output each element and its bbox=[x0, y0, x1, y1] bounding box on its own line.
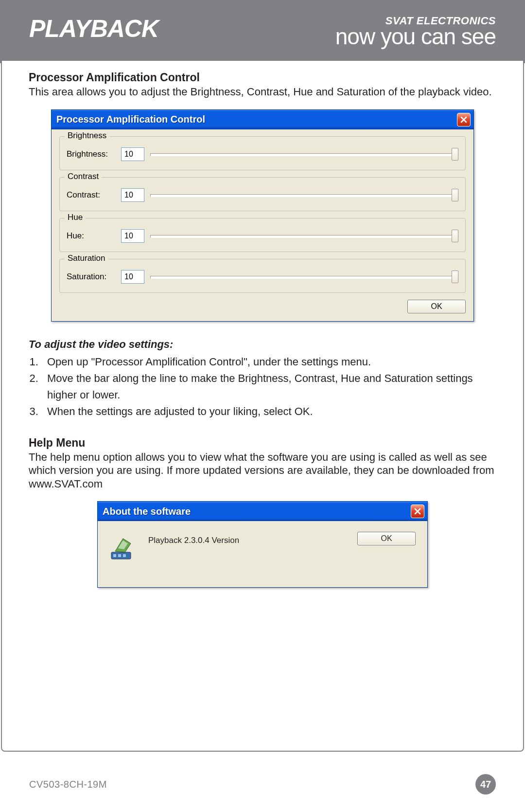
steps-heading: To adjust the video settings: bbox=[29, 338, 496, 351]
page-number: 47 bbox=[475, 774, 496, 794]
svg-rect-2 bbox=[118, 554, 121, 557]
brightness-group: Brightness Brightness: bbox=[59, 136, 466, 170]
page-title: PLAYBACK bbox=[29, 15, 158, 43]
close-icon bbox=[460, 116, 468, 124]
brightness-legend: Brightness bbox=[65, 131, 109, 141]
dialog-titlebar[interactable]: Processor Amplification Control bbox=[52, 110, 473, 129]
brightness-label: Brightness: bbox=[67, 149, 115, 159]
film-reel-icon bbox=[108, 535, 136, 562]
page-header: PLAYBACK SVAT ELECTRONICS now you can se… bbox=[0, 0, 525, 63]
about-ok-button[interactable]: OK bbox=[357, 532, 416, 545]
hue-slider[interactable] bbox=[150, 230, 458, 242]
hue-group: Hue Hue: bbox=[59, 218, 466, 252]
close-button[interactable] bbox=[411, 505, 424, 518]
dialog-title: Processor Amplification Control bbox=[56, 114, 205, 125]
slider-thumb[interactable] bbox=[452, 189, 458, 201]
section-heading-processor: Processor Amplification Control bbox=[29, 71, 496, 84]
step-item: Open up "Processor Amplification Control… bbox=[41, 354, 496, 370]
saturation-label: Saturation: bbox=[67, 272, 115, 282]
model-code: CV503-8CH-19M bbox=[29, 779, 107, 790]
page-content: Processor Amplification Control This are… bbox=[1, 61, 524, 752]
hue-legend: Hue bbox=[65, 213, 86, 222]
svg-rect-3 bbox=[123, 554, 126, 557]
contrast-legend: Contrast bbox=[65, 172, 102, 181]
processor-dialog: Processor Amplification Control Brightne… bbox=[51, 109, 474, 322]
contrast-input[interactable] bbox=[121, 188, 144, 202]
contrast-slider[interactable] bbox=[150, 189, 458, 201]
saturation-group: Saturation Saturation: bbox=[59, 259, 466, 293]
about-body: Playback 2.3.0.4 Version OK bbox=[98, 521, 427, 587]
about-dialog-screenshot: About the software Playback 2.3 bbox=[97, 501, 428, 588]
step-item: Move the bar along the line to make the … bbox=[41, 370, 496, 403]
ok-button[interactable]: OK bbox=[407, 300, 466, 313]
contrast-label: Contrast: bbox=[67, 190, 115, 200]
page-footer: CV503-8CH-19M 47 bbox=[29, 774, 496, 794]
steps-list: Open up "Processor Amplification Control… bbox=[41, 354, 496, 420]
svg-rect-1 bbox=[113, 554, 116, 557]
about-title: About the software bbox=[103, 506, 191, 517]
saturation-slider[interactable] bbox=[150, 271, 458, 283]
brightness-input[interactable] bbox=[121, 147, 144, 161]
brand-block: SVAT ELECTRONICS now you can see bbox=[335, 15, 496, 50]
processor-dialog-screenshot: Processor Amplification Control Brightne… bbox=[51, 109, 474, 322]
brand-tagline: now you can see bbox=[335, 23, 496, 50]
contrast-group: Contrast Contrast: bbox=[59, 177, 466, 211]
brightness-slider[interactable] bbox=[150, 148, 458, 161]
close-icon bbox=[414, 507, 421, 515]
close-button[interactable] bbox=[457, 113, 471, 126]
help-text: The help menu option allows you to view … bbox=[29, 451, 496, 491]
saturation-input[interactable] bbox=[121, 270, 144, 284]
slider-thumb[interactable] bbox=[452, 230, 458, 242]
slider-thumb[interactable] bbox=[452, 148, 458, 161]
help-heading: Help Menu bbox=[29, 436, 496, 450]
step-item: When the settings are adjusted to your l… bbox=[41, 403, 496, 420]
section-text-processor: This area allows you to adjust the Brigh… bbox=[29, 85, 496, 99]
saturation-legend: Saturation bbox=[65, 253, 108, 263]
dialog-body: Brightness Brightness: Contrast Contrast… bbox=[52, 129, 473, 321]
slider-thumb[interactable] bbox=[452, 271, 458, 283]
about-titlebar[interactable]: About the software bbox=[98, 502, 427, 521]
hue-label: Hue: bbox=[67, 231, 115, 241]
hue-input[interactable] bbox=[121, 229, 144, 243]
about-dialog: About the software Playback 2.3 bbox=[97, 501, 428, 588]
